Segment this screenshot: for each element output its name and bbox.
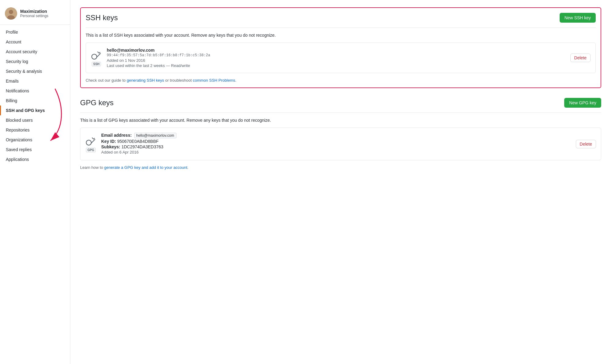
ssh-problems-link[interactable]: common SSH Problems — [193, 78, 235, 83]
ssh-key-icon-wrapper: SSH — [91, 50, 102, 66]
ssh-section-title: SSH keys — [86, 13, 118, 22]
key-icon — [91, 50, 102, 61]
gpg-subkeys-label: Subkeys: — [101, 144, 120, 149]
sidebar-item-ssh-gpg-keys[interactable]: SSH and GPG keys — [0, 106, 70, 115]
gpg-key-id-value: 950670E0AB4D8BBF — [117, 139, 158, 144]
gpg-key-actions: Delete — [576, 140, 596, 148]
avatar — [5, 7, 17, 20]
gpg-subkeys-value: 1DC2974DA3ED3763 — [121, 144, 163, 149]
gpg-key-id-row: Key ID: 950670E0AB4D8BBF — [101, 139, 576, 144]
sidebar-item-account[interactable]: Account — [0, 37, 70, 47]
gpg-email-value: hello@maximorlov.com — [134, 133, 176, 138]
gpg-section-title: GPG keys — [80, 98, 113, 107]
ssh-section-footer: Check out our guide to generating SSH ke… — [86, 78, 596, 83]
ssh-section-description: This is a list of SSH keys associated wi… — [86, 33, 596, 38]
username: Maximization — [20, 9, 48, 14]
gpg-section-header: GPG keys New GPG key — [80, 98, 601, 113]
ssh-key-added: Added on 1 Nov 2016 — [107, 58, 570, 63]
ssh-footer-middle: or troubleshoot — [164, 78, 193, 83]
gpg-section-description: This is a list of GPG keys associated wi… — [80, 118, 601, 123]
sidebar-item-blocked-users[interactable]: Blocked users — [0, 115, 70, 125]
ssh-key-fingerprint: 99:44:f9:35:57:5a:7d:b5:8f:16:b8:f7:1b:c… — [107, 53, 570, 58]
sidebar-item-saved-replies[interactable]: Saved replies — [0, 145, 70, 154]
sidebar-user-info: Maximization Personal settings — [0, 5, 70, 25]
gpg-footer-end: . — [187, 165, 189, 170]
gpg-section-footer: Learn how to generate a GPG key and add … — [80, 165, 601, 170]
new-gpg-key-button[interactable]: New GPG key — [564, 98, 601, 108]
ssh-footer-end: . — [235, 78, 236, 83]
ssh-key-card: SSH hello@maximorlov.com 99:44:f9:35:57:… — [86, 43, 596, 73]
sidebar-item-emails[interactable]: Emails — [0, 76, 70, 86]
ssh-section: SSH keys New SSH key This is a list of S… — [80, 7, 601, 88]
gpg-key-email-row: Email address: hello@maximorlov.com — [101, 133, 576, 138]
user-info: Maximization Personal settings — [20, 9, 48, 18]
gpg-delete-button[interactable]: Delete — [576, 140, 596, 148]
sidebar-item-account-security[interactable]: Account security — [0, 47, 70, 57]
gpg-learn-link[interactable]: generate a GPG key and add it to your ac… — [104, 165, 187, 170]
svg-point-2 — [9, 10, 13, 14]
svg-point-5 — [86, 140, 91, 145]
gpg-section: GPG keys New GPG key This is a list of G… — [80, 98, 601, 170]
gpg-key-details: Email address: hello@maximorlov.com Key … — [101, 133, 576, 155]
ssh-key-details: hello@maximorlov.com 99:44:f9:35:57:5a:7… — [107, 48, 570, 68]
ssh-generating-link[interactable]: generating SSH keys — [127, 78, 164, 83]
sidebar-item-billing[interactable]: Billing — [0, 96, 70, 106]
sidebar-item-security-log[interactable]: Security log — [0, 57, 70, 66]
new-ssh-key-button[interactable]: New SSH key — [560, 13, 596, 23]
ssh-delete-button[interactable]: Delete — [570, 54, 591, 62]
ssh-footer-text: Check out our guide to — [86, 78, 127, 83]
gpg-footer-text: Learn how to — [80, 165, 104, 170]
avatar-image — [5, 7, 17, 20]
sidebar-item-security-analysis[interactable]: Security & analysis — [0, 66, 70, 76]
gpg-key-icon-wrapper: GPG — [85, 136, 96, 152]
ssh-key-last-used: Last used within the last 2 weeks — Read… — [107, 63, 570, 68]
sidebar-nav: Profile Account Account security Securit… — [0, 27, 70, 164]
sidebar-item-repositories[interactable]: Repositories — [0, 125, 70, 135]
gpg-key-added: Added on 6 Apr 2016 — [101, 150, 576, 154]
svg-point-4 — [92, 54, 97, 59]
sidebar-item-organizations[interactable]: Organizations — [0, 135, 70, 145]
ssh-key-email: hello@maximorlov.com — [107, 48, 570, 53]
ssh-key-actions: Delete — [570, 54, 591, 62]
gpg-email-label: Email address: — [101, 133, 132, 138]
user-subtitle: Personal settings — [20, 14, 48, 18]
sidebar-item-profile[interactable]: Profile — [0, 27, 70, 37]
main-content: SSH keys New SSH key This is a list of S… — [70, 0, 611, 364]
ssh-key-badge: SSH — [92, 62, 101, 66]
gpg-key-id-label: Key ID: — [101, 139, 116, 144]
gpg-subkeys-row: Subkeys: 1DC2974DA3ED3763 — [101, 144, 576, 149]
gpg-key-badge: GPG — [86, 148, 96, 152]
sidebar-item-applications[interactable]: Applications — [0, 154, 70, 164]
gpg-key-icon — [85, 136, 96, 147]
ssh-section-header: SSH keys New SSH key — [86, 13, 596, 28]
sidebar: Maximization Personal settings Profile A… — [0, 0, 70, 364]
sidebar-item-notifications[interactable]: Notifications — [0, 86, 70, 96]
gpg-key-card: GPG Email address: hello@maximorlov.com … — [80, 128, 601, 160]
